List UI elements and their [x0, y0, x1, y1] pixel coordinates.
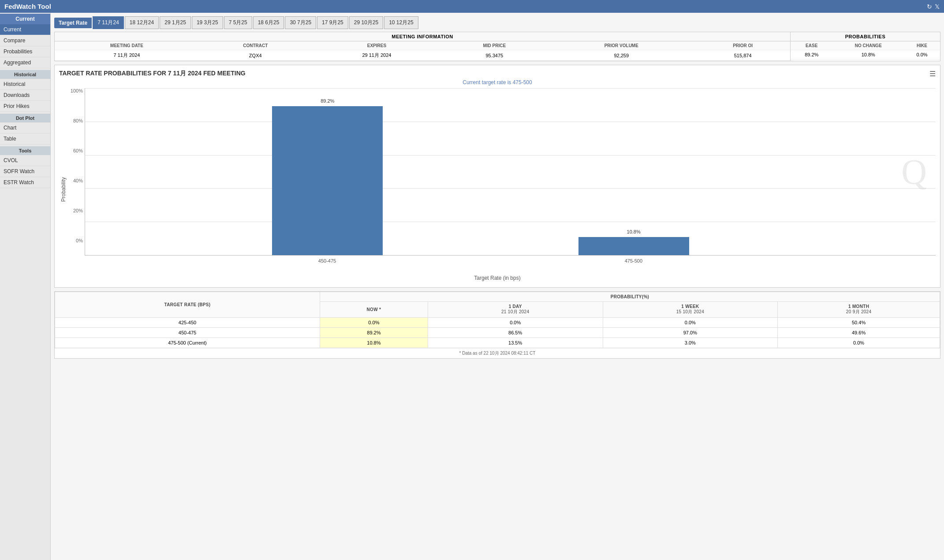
sidebar-item-historical[interactable]: Historical [0, 79, 50, 90]
prob-1day-425-450: 0.0% [428, 318, 603, 328]
bar-475-500: 10.8% [578, 237, 689, 255]
col-contract: CONTRACT [199, 41, 312, 50]
prob-1month-425-450: 50.4% [778, 318, 940, 328]
tab-29oct25[interactable]: 29 10月25 [349, 16, 383, 29]
y-label-20: 20% [68, 208, 83, 238]
sidebar-section-tools: Tools [0, 146, 50, 155]
tab-19mar25[interactable]: 19 3月25 [192, 16, 223, 29]
sidebar-item-cvol[interactable]: CVOL [0, 155, 50, 166]
cell-no-change: 10.8% [832, 50, 904, 59]
y-axis-label: Probability [59, 88, 68, 273]
x-label-475-500: 475-500 [578, 258, 689, 263]
tab-17sep25[interactable]: 17 9月25 [317, 16, 348, 29]
sidebar-item-aggregated[interactable]: Aggregated [0, 57, 50, 68]
sidebar-item-sofr[interactable]: SOFR Watch [0, 166, 50, 177]
grid-80 [85, 122, 936, 122]
prob-table-rate-header: TARGET RATE (BPS) [55, 292, 320, 318]
sidebar-item-compare[interactable]: Compare [0, 35, 50, 46]
chart-menu-icon[interactable]: ☰ [929, 70, 936, 78]
col-no-change: NO CHANGE [832, 41, 904, 50]
target-rate-label: Target Rate [54, 18, 92, 28]
bar1-value-label: 89.2% [321, 98, 334, 104]
tab-7nov24[interactable]: 7 11月24 [93, 16, 124, 29]
prob-1week-450-475: 97.0% [603, 328, 778, 338]
cell-ease: 89.2% [791, 50, 832, 59]
x-axis-labels: 450-475 475-500 [85, 256, 936, 273]
tab-7may25[interactable]: 7 5月25 [224, 16, 252, 29]
twitter-icon[interactable]: 𝕏 [935, 3, 940, 10]
bar-450-475: 89.2% [272, 106, 383, 255]
tabs-row: Target Rate 7 11月24 18 12月24 29 1月25 19 … [54, 16, 940, 29]
prob-header: PROBABILITIES [791, 32, 940, 41]
col-expires: EXPIRES [312, 41, 441, 50]
prob-col-1week: 1 WEEK15 10月 2024 [603, 302, 778, 318]
chart-subtitle: Current target rate is 475-500 [59, 79, 936, 85]
prob-col-1day: 1 DAY21 10月 2024 [428, 302, 603, 318]
y-axis-ticks: 100% 80% 60% 40% 20% 0% [68, 88, 85, 273]
tab-10dec25[interactable]: 10 12月25 [384, 16, 418, 29]
content: Target Rate 7 11月24 18 12月24 29 1月25 19 … [51, 13, 944, 560]
prob-1week-475-500: 3.0% [603, 338, 778, 348]
y-label-40: 40% [68, 178, 83, 208]
tab-18dec24[interactable]: 18 12月24 [125, 16, 159, 29]
prob-rate-425-450: 425-450 [55, 318, 320, 328]
prob-row-450-475: 450-475 89.2% 86.5% 97.0% 49.6% [55, 328, 940, 338]
cell-prior-volume: 92,259 [547, 50, 695, 61]
prob-table-section: TARGET RATE (BPS) PROBABILITY(%) NOW * 1… [54, 291, 940, 359]
tab-18jun25[interactable]: 18 6月25 [253, 16, 284, 29]
y-label-80: 80% [68, 118, 83, 148]
prob-rate-450-475: 450-475 [55, 328, 320, 338]
chart-plot-area: 89.2% 10.8% Q 450-475 475- [85, 88, 936, 273]
col-mid-price: MID PRICE [441, 41, 547, 50]
tab-29jan25[interactable]: 29 1月25 [160, 16, 191, 29]
x-label-450-475: 450-475 [272, 258, 383, 263]
y-label-100: 100% [68, 88, 83, 118]
sidebar-item-chart[interactable]: Chart [0, 122, 50, 134]
prob-now-425-450: 0.0% [320, 318, 428, 328]
cell-mid-price: 95.3475 [441, 50, 547, 61]
prob-now-450-475: 89.2% [320, 328, 428, 338]
chart-axes: 89.2% 10.8% Q [85, 88, 936, 256]
col-prior-volume: PRIOR VOLUME [547, 41, 695, 50]
sidebar-section-historical: Historical [0, 70, 50, 79]
prob-table-footnote: * Data as of 22 10月 2024 08:42:11 CT [55, 348, 940, 358]
grid-60 [85, 155, 936, 156]
col-hike: HIKE [904, 41, 940, 50]
grid-20 [85, 222, 936, 222]
grid-100 [85, 88, 936, 89]
prob-1month-475-500: 0.0% [778, 338, 940, 348]
meeting-info-box: MEETING INFORMATION MEETING DATE CONTRAC… [54, 32, 791, 61]
meeting-info-table: MEETING DATE CONTRACT EXPIRES MID PRICE … [55, 41, 790, 61]
topbar-icons: ↻ 𝕏 [927, 3, 940, 10]
col-prior-oi: PRIOR OI [695, 41, 790, 50]
sidebar-item-estr[interactable]: ESTR Watch [0, 177, 50, 188]
sidebar-item-table[interactable]: Table [0, 134, 50, 145]
col-ease: EASE [791, 41, 832, 50]
prob-rate-475-500: 475-500 (Current) [55, 338, 320, 348]
prob-1day-475-500: 13.5% [428, 338, 603, 348]
x-axis-title: Target Rate (in bps) [59, 275, 936, 283]
sidebar-item-downloads[interactable]: Downloads [0, 90, 50, 101]
prob-now-475-500: 10.8% [320, 338, 428, 348]
prob-1week-425-450: 0.0% [603, 318, 778, 328]
chart-section: TARGET RATE PROBABILITIES FOR 7 11月 2024… [54, 65, 940, 288]
prob-info-table: EASE NO CHANGE HIKE 89.2% 10.8% 0.0% [791, 41, 940, 59]
probabilities-box: PROBABILITIES EASE NO CHANGE HIKE 89.2% [791, 32, 940, 61]
col-meeting-date: MEETING DATE [55, 41, 199, 50]
topbar: FedWatch Tool ↻ 𝕏 [0, 0, 944, 13]
sidebar-item-current[interactable]: Current [0, 24, 50, 35]
sidebar-item-probabilities[interactable]: Probabilities [0, 46, 50, 57]
y-label-60: 60% [68, 148, 83, 178]
refresh-icon[interactable]: ↻ [927, 3, 932, 10]
y-label-0: 0% [68, 238, 83, 256]
sidebar-item-prior-hikes[interactable]: Prior Hikes [0, 101, 50, 112]
prob-row-475-500: 475-500 (Current) 10.8% 13.5% 3.0% 0.0% [55, 338, 940, 348]
cell-meeting-date: 7 11月 2024 [55, 50, 199, 61]
sidebar-section-current: Current [0, 14, 50, 24]
tab-30jul25[interactable]: 30 7月25 [285, 16, 316, 29]
cell-contract: ZQX4 [199, 50, 312, 61]
prob-col-1month: 1 MONTH20 9月 2024 [778, 302, 940, 318]
cell-expires: 29 11月 2024 [312, 50, 441, 61]
prob-table: TARGET RATE (BPS) PROBABILITY(%) NOW * 1… [55, 292, 940, 348]
prob-col-now: NOW * [320, 302, 428, 318]
